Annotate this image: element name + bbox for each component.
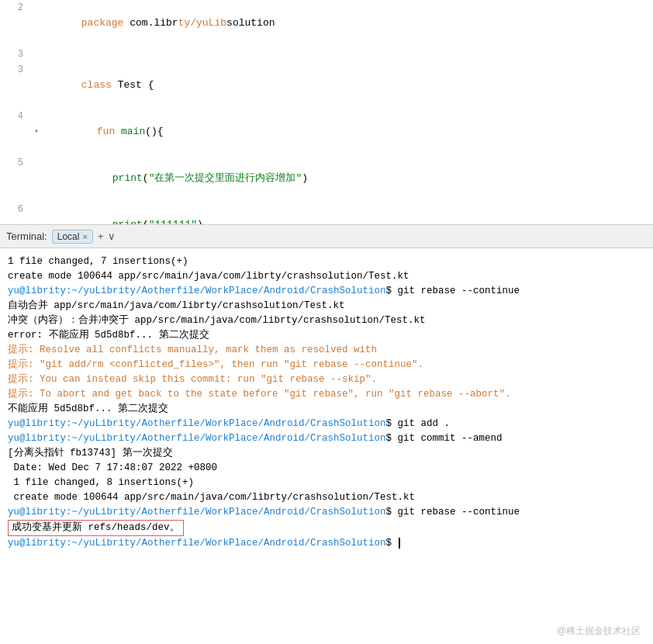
- line-num-2: 3: [0, 47, 31, 62]
- t-line-4: 自动合并 app/src/main/java/com/librty/crashs…: [8, 299, 645, 313]
- line-gutter-4: ▾: [31, 109, 42, 155]
- code-line-4: 4 ▾ fun main(){: [0, 109, 653, 155]
- t-line-17: create mode 100644 app/src/main/java/com…: [8, 490, 645, 505]
- line-content-3: class Test {: [42, 62, 653, 109]
- terminal-container: Terminal: Local × + ∨ 1 file changed, 7 …: [0, 225, 653, 644]
- t-line-3: yu@librity:~/yuLibrity/Aotherfile/WorkPl…: [8, 284, 645, 299]
- keyword-package: package: [81, 17, 130, 29]
- line-content-2: [42, 47, 653, 62]
- t-line-18: yu@librity:~/yuLibrity/Aotherfile/WorkPl…: [8, 505, 645, 520]
- terminal-tab-name: Local: [57, 231, 80, 242]
- line-num-4: 4: [0, 109, 31, 155]
- t-line-1: 1 file changed, 7 insertions(+): [8, 254, 645, 269]
- t-line-12: yu@librity:~/yuLibrity/Aotherfile/WorkPl…: [8, 417, 645, 431]
- t-path-12: yu@librity:~/yuLibrity/Aotherfile/WorkPl…: [8, 418, 386, 429]
- line-gutter-3: [31, 62, 42, 109]
- line-gutter-5: [31, 155, 42, 202]
- line-gutter-1: [31, 0, 42, 47]
- kw-class: class: [81, 79, 118, 91]
- t-line-11: 不能应用 5d5d8bf... 第二次提交: [8, 402, 645, 417]
- t-cmd-3: $ git rebase --continue: [386, 286, 520, 296]
- t-path-18: yu@librity:~/yuLibrity/Aotherfile/WorkPl…: [8, 507, 386, 518]
- line-num-6: 6: [0, 202, 31, 225]
- terminal-add-btn[interactable]: +: [98, 230, 104, 242]
- t-path-13: yu@librity:~/yuLibrity/Aotherfile/WorkPl…: [8, 433, 386, 444]
- class-name: Test {: [118, 79, 154, 91]
- line-content-5: print("在第一次提交里面进行内容增加"): [42, 155, 653, 202]
- t-line-16: 1 file changed, 8 insertions(+): [8, 476, 645, 490]
- kw-fun: fun: [97, 126, 121, 137]
- t-cmd-18: $ git rebase --continue: [386, 507, 520, 518]
- terminal-label: Terminal:: [6, 230, 47, 242]
- pkg-path2: ty/yuLib: [178, 17, 226, 29]
- t-path-20: yu@librity:~/yuLibrity/Aotherfile/WorkPl…: [8, 538, 386, 549]
- terminal-content: 1 file changed, 7 insertions(+) create m…: [0, 248, 653, 644]
- line-content-4: fun main(){: [42, 109, 653, 155]
- code-line-3: 3 class Test {: [0, 62, 653, 109]
- code-editor: 2 package com.librty/yuLibsolution 3 3 c…: [0, 0, 653, 225]
- str1: "在第一次提交里面进行内容增加": [149, 172, 302, 184]
- t-line-2: create mode 100644 app/src/main/java/com…: [8, 269, 645, 284]
- print-paren2: (: [143, 219, 149, 225]
- close-paren2: ): [197, 219, 203, 225]
- code-line-2: 3: [0, 47, 653, 62]
- t-line-10: 提示: To abort and get back to the state b…: [8, 387, 645, 402]
- fold-arrow[interactable]: ▾: [34, 124, 39, 140]
- terminal-dropdown-btn[interactable]: ∨: [108, 230, 116, 242]
- t-line-15: Date: Wed Dec 7 17:48:07 2022 +0800: [8, 461, 645, 476]
- t-line-5: 冲突（内容）：合并冲突于 app/src/main/java/com/librt…: [8, 313, 645, 328]
- pkg-path3: solution: [226, 17, 275, 29]
- line-content-6: print("111111"): [42, 202, 653, 225]
- t-cmd-13: $ git commit --amend: [386, 433, 503, 444]
- code-line-1: 2 package com.librty/yuLibsolution: [0, 0, 653, 47]
- print-paren1: (: [143, 172, 149, 184]
- t-line-8: 提示: "git add/rm <conflicted_files>", the…: [8, 358, 645, 372]
- t-line-9: 提示: You can instead skip this commit: ru…: [8, 372, 645, 387]
- line-gutter-2: [31, 47, 42, 62]
- line-num-3: 3: [0, 62, 31, 109]
- t-line-7: 提示: Resolve all conflicts manually, mark…: [8, 343, 645, 358]
- t-path-3: yu@librity:~/yuLibrity/Aotherfile/WorkPl…: [8, 286, 386, 296]
- str2: "111111": [149, 219, 197, 225]
- t-cmd-20: $: [386, 538, 406, 549]
- code-line-5: 5 print("在第一次提交里面进行内容增加"): [0, 155, 653, 202]
- t-line-6: error: 不能应用 5d5d8bf... 第二次提交: [8, 328, 645, 343]
- t-line-14: [分离头指针 fb13743] 第一次提交: [8, 446, 645, 461]
- line-content-1: package com.librty/yuLibsolution: [42, 0, 653, 47]
- close-paren1: ): [302, 172, 308, 184]
- terminal-tab-close[interactable]: ×: [82, 232, 87, 241]
- fn-name: main: [121, 126, 145, 137]
- terminal-header: Terminal: Local × + ∨: [0, 225, 653, 248]
- fn-print1: print: [112, 172, 143, 184]
- t-line-19: 成功变基并更新 refs/heads/dev。: [8, 520, 645, 536]
- t-cmd-12: $ git add .: [386, 418, 451, 429]
- success-message: 成功变基并更新 refs/heads/dev。: [8, 520, 184, 536]
- fn-paren: (){: [145, 126, 163, 137]
- pkg-path: com.libr: [130, 17, 178, 29]
- code-line-6: 6 print("111111"): [0, 202, 653, 225]
- line-num-5: 5: [0, 155, 31, 202]
- t-line-20: yu@librity:~/yuLibrity/Aotherfile/WorkPl…: [8, 536, 645, 551]
- terminal-tab-local[interactable]: Local ×: [52, 230, 93, 244]
- line-gutter-6: [31, 202, 42, 225]
- fn-print2: print: [112, 219, 143, 225]
- t-line-13: yu@librity:~/yuLibrity/Aotherfile/WorkPl…: [8, 431, 645, 446]
- line-num-1: 2: [0, 0, 31, 47]
